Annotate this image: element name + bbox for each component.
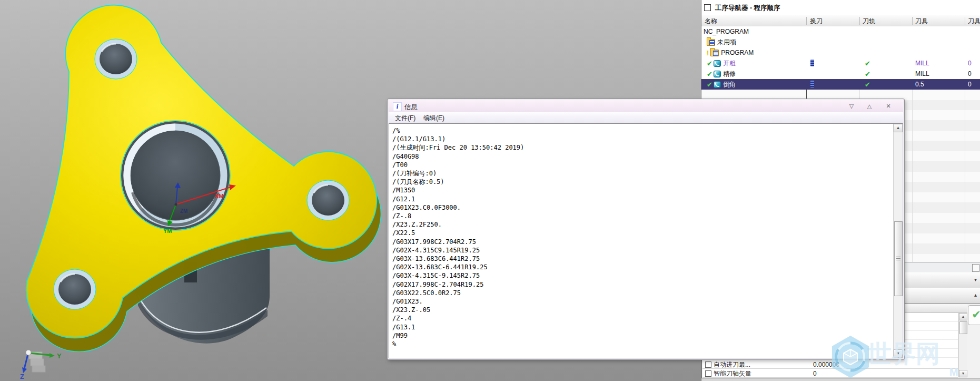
- operation-icon: [714, 60, 721, 67]
- parameter-value[interactable]: 0.000000: [813, 360, 839, 369]
- menu-file[interactable]: 文件(F): [395, 114, 415, 123]
- row-label[interactable]: PROGRAM: [721, 49, 754, 56]
- row-label[interactable]: NC_PROGRAM: [704, 28, 749, 35]
- scrollbar-thumb[interactable]: [894, 221, 903, 296]
- column-name[interactable]: 名称: [705, 17, 717, 26]
- tool-cell[interactable]: 0.5: [912, 79, 965, 90]
- toolpath-check-icon: ✔: [865, 81, 870, 89]
- parameter-row[interactable]: 智能刀轴矢量 0: [702, 369, 958, 378]
- info-scrollbar[interactable]: ▲ ▼: [893, 124, 903, 358]
- row-label[interactable]: 未用项: [717, 38, 736, 46]
- table-row[interactable]: ✔精修 ✔ MILL 0: [701, 69, 980, 79]
- info-content-area: /% /(G12.1/G13.1) /(生成时间:Fri Dec 20 13:5…: [389, 123, 903, 358]
- hole-bottom-left[interactable]: [54, 269, 96, 309]
- toolpath-check-icon: ✔: [865, 70, 870, 78]
- count-cell[interactable]: 0: [965, 79, 980, 90]
- hole-right[interactable]: [307, 180, 349, 220]
- operation-icon: [714, 81, 721, 88]
- folder-icon: [707, 39, 715, 46]
- panel-footer: [701, 378, 980, 381]
- scroll-down-icon[interactable]: ▼: [959, 370, 967, 377]
- window-shade-icon[interactable]: ▽: [845, 102, 858, 111]
- table-row[interactable]: 未用项: [701, 37, 980, 47]
- window-float-icon[interactable]: △: [863, 102, 876, 111]
- checkbox[interactable]: [705, 370, 711, 377]
- close-icon[interactable]: ✕: [882, 102, 895, 111]
- scroll-up-icon[interactable]: ▲: [894, 124, 903, 132]
- table-row[interactable]: ✔开粗 ✔ MILL 0: [701, 58, 980, 69]
- check-icon: ✔: [707, 60, 712, 67]
- row-label[interactable]: 倒角: [723, 81, 736, 88]
- information-window: i 信息 ▽ △ ✕ 文件(F) 编辑(E) /% /(G12.1/G13.1)…: [387, 99, 905, 360]
- table-row[interactable]: !PROGRAM: [701, 47, 980, 58]
- table-row-selected[interactable]: ✔倒角 ✔ 0.5 0: [701, 79, 980, 90]
- tool-cell[interactable]: MILL: [912, 58, 965, 69]
- folder-icon: [710, 50, 719, 56]
- info-menu-bar: 文件(F) 编辑(E): [389, 112, 903, 124]
- center-bore[interactable]: [121, 121, 230, 230]
- info-window-title: 信息: [404, 103, 418, 112]
- row-label[interactable]: 开粗: [723, 60, 736, 67]
- toolchange-icon: [810, 81, 814, 87]
- panel-mini-button[interactable]: [972, 264, 979, 272]
- warning-icon: !: [707, 49, 709, 57]
- navigator-column-header: 名称 换刀 刀轨 刀具 刀具: [701, 15, 980, 27]
- info-icon: i: [393, 102, 402, 111]
- corner-y-label: Y: [57, 352, 62, 360]
- check-icon: ✔: [707, 81, 712, 89]
- count-cell[interactable]: 0: [965, 69, 980, 79]
- count-cell[interactable]: 0: [965, 58, 980, 69]
- info-title-bar[interactable]: i 信息 ▽ △ ✕: [389, 100, 903, 112]
- navigator-title-bar[interactable]: 工序导航器 - 程序顺序: [701, 0, 980, 15]
- parameter-row[interactable]: 自动进刀最... 0.000000: [702, 360, 958, 369]
- table-row[interactable]: NC_PROGRAM: [701, 26, 980, 37]
- menu-edit[interactable]: 编辑(E): [423, 114, 444, 123]
- operation-icon: [714, 71, 721, 77]
- tool-cell[interactable]: MILL: [912, 69, 965, 79]
- wcs-x-label: XM: [215, 193, 224, 199]
- parameter-label: 自动进刀最...: [714, 360, 750, 369]
- scrollbar-thumb[interactable]: [959, 321, 967, 334]
- parameter-label: 智能刀轴矢量: [714, 369, 751, 378]
- navigator-title: 工序导航器 - 程序顺序: [715, 4, 780, 13]
- wcs-y-label: YM: [163, 228, 172, 234]
- chevron-down-icon[interactable]: ▾: [974, 277, 977, 282]
- wcs-z-label: ZM: [180, 208, 187, 214]
- corner-z-label: Z: [20, 373, 24, 380]
- parameter-value[interactable]: 0: [813, 369, 817, 378]
- hole-top[interactable]: [95, 39, 137, 79]
- view-orientation-triad[interactable]: Y Z: [20, 350, 62, 380]
- checkbox[interactable]: [705, 362, 711, 368]
- toolpath-check-icon: ✔: [865, 60, 870, 67]
- check-icon: ✔: [707, 70, 712, 78]
- application-window: XM YM ZM Y Z 工序导航器 - 程序顺序: [0, 0, 980, 381]
- toolchange-icon: [810, 60, 814, 66]
- scroll-down-icon[interactable]: ▼: [894, 349, 903, 358]
- confirm-button[interactable]: ✔: [968, 305, 980, 325]
- chevron-up-icon[interactable]: ▴: [974, 292, 977, 298]
- parameter-scrollbar[interactable]: ▲ ▼: [958, 313, 967, 377]
- panel-checkbox-icon[interactable]: [704, 4, 711, 11]
- row-label[interactable]: 精修: [723, 70, 736, 77]
- scroll-up-icon[interactable]: ▲: [959, 313, 967, 320]
- column-toolpath[interactable]: 刀轨: [863, 17, 875, 26]
- column-tool[interactable]: 刀具: [915, 17, 928, 26]
- gcode-listing[interactable]: /% /(G12.1/G13.1) /(生成时间:Fri Dec 20 13:5…: [389, 124, 903, 351]
- column-toolchange[interactable]: 换刀: [810, 17, 823, 26]
- column-tool2[interactable]: 刀具: [968, 17, 980, 26]
